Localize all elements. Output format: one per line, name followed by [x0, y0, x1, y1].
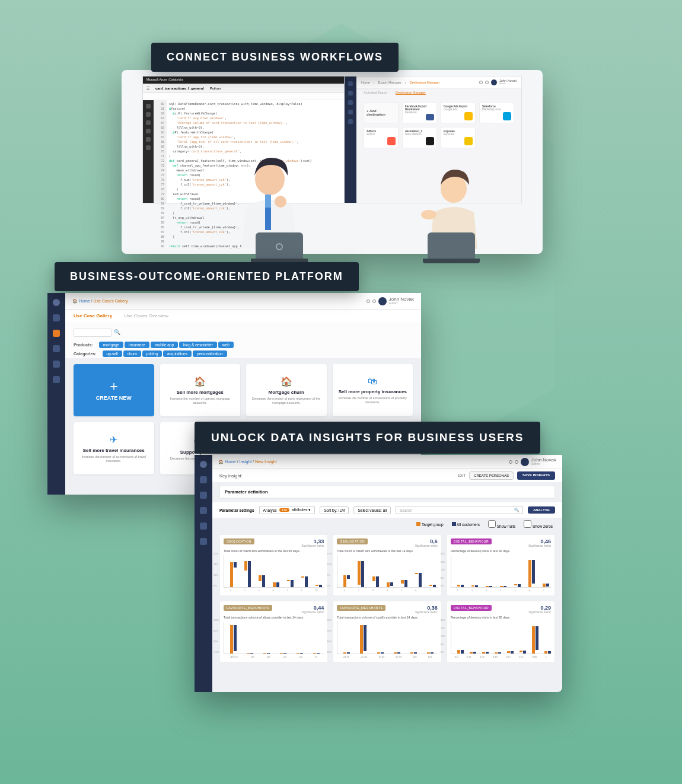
gear-icon[interactable]: [372, 299, 376, 303]
ide-filename[interactable]: card_transactions_f_general: [155, 87, 204, 90]
rail-icon[interactable]: [53, 314, 60, 321]
significance-metric: 0,29Significance metric: [528, 605, 551, 614]
crumb[interactable]: Export Manager: [378, 81, 401, 84]
product-tag[interactable]: web: [218, 342, 234, 348]
create-personas-button[interactable]: CREATE PERSONAS: [469, 471, 514, 480]
help-icon[interactable]: [509, 460, 512, 464]
chart-badge: FAVOURITE_MERCHANTS: [224, 605, 272, 611]
user-block[interactable]: John Novak Admin: [509, 458, 556, 466]
save-insights-button[interactable]: SAVE INSIGHTS: [517, 471, 555, 480]
chart-title: Percentage of desktop visits in last 90 …: [451, 549, 551, 553]
destination-tile[interactable]: Facebook Export DestinationFacebook: [402, 102, 437, 123]
crumb[interactable]: Home: [225, 460, 236, 464]
use-case-card[interactable]: 🏠 Sell more mortgages Increase the numbe…: [160, 364, 241, 416]
category-tag[interactable]: churn: [123, 350, 141, 357]
rail-icon[interactable]: [53, 361, 60, 368]
rail-icon[interactable]: [53, 345, 60, 352]
gear-icon[interactable]: [515, 460, 518, 464]
destination-tile[interactable]: SalesforceMarketing cloud: [479, 102, 514, 123]
chart-badge: DIGITAL_BEHAVIOUR: [451, 605, 492, 611]
user-block[interactable]: John Novak Admin: [479, 79, 517, 85]
exit-button[interactable]: EXIT: [458, 474, 466, 477]
tab-use-cases-overview[interactable]: Use Cases Overview: [124, 313, 168, 318]
show-nulls-checkbox[interactable]: [488, 520, 496, 528]
destination-tile[interactable]: destination_1Data Platform: [402, 127, 437, 148]
ide-gutter: 6061626364656667686970717273747576777879…: [154, 100, 167, 203]
add-destination-tile[interactable]: + Add destination: [364, 102, 399, 123]
show-zeros-checkbox[interactable]: [524, 520, 531, 528]
rail-icon[interactable]: [348, 119, 353, 124]
analyse-select[interactable]: Analyse 134 attributes ▾: [259, 506, 315, 514]
product-tag[interactable]: insurance: [125, 342, 149, 348]
avatar[interactable]: [491, 79, 497, 85]
insight-chart: GEOLOCATION 0,6Significance metric Total…: [333, 534, 441, 596]
rail-icon[interactable]: [200, 476, 207, 483]
ide-menu-icon[interactable]: ☰: [146, 86, 149, 90]
values-select[interactable]: Select values: all: [353, 506, 391, 514]
help-icon[interactable]: [367, 299, 370, 303]
help-icon[interactable]: [479, 81, 483, 84]
analyse-button[interactable]: ANALYSE: [528, 506, 555, 514]
search-icon[interactable]: 🔍: [114, 329, 120, 335]
card-insights: 🏠 Home / Insight / New Insight John Nova…: [195, 455, 562, 692]
product-tag[interactable]: blog & newsletter: [179, 342, 217, 348]
use-case-card[interactable]: 🏠 Mortgage churn Decrease the number of …: [246, 364, 327, 416]
rail-icon[interactable]: [200, 538, 207, 545]
rail-icon[interactable]: [348, 100, 353, 105]
avatar[interactable]: [378, 297, 387, 305]
category-tag[interactable]: personalization: [193, 350, 227, 357]
destination-tile[interactable]: Google Ads ExportGoogle Ads: [441, 102, 476, 123]
rail-icon[interactable]: [146, 145, 151, 150]
rail-icon[interactable]: [200, 507, 207, 514]
significance-metric: 0,44Significance metric: [302, 605, 324, 614]
rail-icon[interactable]: [348, 110, 353, 114]
ide-topbar: Microsoft Azure | Databricks: [143, 77, 373, 84]
product-tag[interactable]: mortgage: [99, 342, 123, 348]
category-tag[interactable]: pricing: [142, 350, 162, 357]
rail-icon[interactable]: [146, 137, 151, 142]
use-case-card[interactable]: 🛍 Sell more property insurances Increase…: [333, 364, 413, 416]
breadcrumb: Home› Export Manager› Destination Manage…: [361, 81, 439, 84]
gear-icon[interactable]: [485, 81, 489, 84]
rail-icon[interactable]: [200, 492, 207, 499]
chart-xlabels: -44.93-25.6910.0367.63110126: [337, 654, 437, 658]
rail-icon[interactable]: [146, 104, 151, 109]
ide-rail: [143, 100, 154, 203]
crumb[interactable]: Insight: [239, 460, 251, 464]
search-input[interactable]: [74, 329, 111, 337]
destination-tile[interactable]: ExponeaExponea: [441, 127, 476, 148]
rail-icon[interactable]: [200, 522, 207, 530]
panel-header: Parameter definition: [220, 486, 554, 498]
tab-destination[interactable]: Destination Manager: [396, 91, 426, 95]
search-input[interactable]: Search🔍: [396, 506, 523, 514]
rail-icon[interactable]: [53, 376, 60, 383]
crumb: Destination Manager: [410, 81, 440, 84]
category-tag[interactable]: acquisitions: [163, 350, 192, 357]
rail-icon[interactable]: [146, 120, 151, 125]
banner-workflows: CONNECT BUSINESS WORKFLOWS: [151, 43, 399, 72]
svg-point-3: [275, 196, 286, 208]
svg-point-5: [421, 210, 436, 219]
sort-select[interactable]: Sort by: ILM: [320, 506, 349, 514]
user-block[interactable]: John Novak Admin: [367, 297, 414, 305]
insight-chart: FAVOURITE_MERCHANTS 0,36Significance met…: [333, 601, 441, 662]
crumb[interactable]: Home: [361, 81, 370, 84]
chart-title: Percentage of desktop visits in last 30 …: [451, 616, 551, 619]
rail-icon-active[interactable]: [53, 330, 60, 337]
rail-icon[interactable]: [146, 129, 151, 133]
user-role: Admin: [499, 82, 517, 85]
significance-metric: 0,46Significance metric: [528, 538, 551, 547]
avatar[interactable]: [521, 458, 529, 466]
category-tag[interactable]: up-sell: [103, 350, 122, 357]
crumb[interactable]: Home: [79, 299, 90, 303]
legend-target: Target group: [422, 522, 444, 527]
tab-use-case-gallery[interactable]: Use Case Gallery: [74, 313, 112, 318]
rail-icon[interactable]: [146, 112, 151, 117]
create-new-card[interactable]: ＋CREATE NEW: [74, 364, 154, 416]
rail-icon[interactable]: [348, 91, 353, 95]
product-tag[interactable]: mobile app: [151, 342, 178, 348]
destination-tile[interactable]: AdformAdform: [364, 127, 399, 148]
search-icon: 🔍: [514, 508, 519, 512]
tab-activated[interactable]: Activated Export: [364, 91, 387, 95]
use-case-card[interactable]: ✈ Sell more travel insurances Increase t…: [74, 422, 154, 474]
